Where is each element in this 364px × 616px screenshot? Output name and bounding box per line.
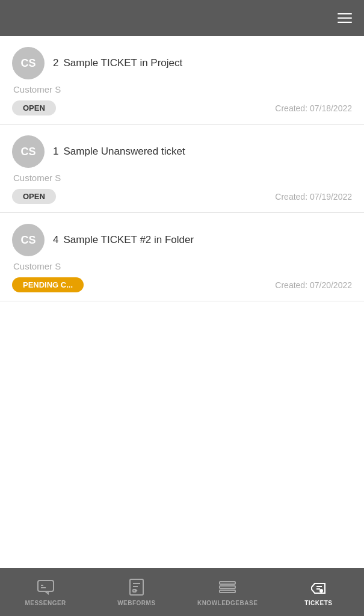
status-badge: OPEN	[12, 100, 56, 116]
ticket-title: Sample Unanswered ticket	[63, 146, 185, 158]
ticket-title: Sample TICKET #2 in Folder	[63, 234, 194, 246]
status-badge: OPEN	[12, 189, 56, 204]
ticket-customer: Customer S	[12, 173, 352, 183]
ticket-bottom-row: OPEN Created: 07/18/2022	[12, 100, 352, 116]
nav-label: MESSENGER	[25, 600, 66, 606]
ticket-item[interactable]: CS 4 Sample TICKET #2 in Folder Customer…	[0, 213, 364, 301]
ticket-bottom-row: OPEN Created: 07/19/2022	[12, 189, 352, 204]
ticket-customer: Customer S	[12, 84, 352, 94]
ticket-top-row: CS 2 Sample TICKET in Project	[12, 47, 352, 79]
ticket-bottom-row: PENDING C... Created: 07/20/2022	[12, 277, 352, 292]
svg-rect-0	[38, 581, 54, 591]
status-badge: PENDING C...	[12, 277, 84, 292]
ticket-id: 4	[53, 234, 58, 246]
avatar: CS	[12, 47, 45, 79]
ticket-customer: Customer S	[12, 261, 352, 271]
nav-label: WEBFORMS	[117, 600, 155, 606]
nav-item-knowledgebase[interactable]: KNOWLEDGEBASE	[203, 578, 251, 606]
hamburger-icon	[338, 22, 352, 23]
nav-label: TICKETS	[304, 600, 332, 606]
ticket-top-row: CS 1 Sample Unanswered ticket	[12, 135, 352, 168]
ticket-date: Created: 07/19/2022	[275, 192, 352, 202]
nav-label: KNOWLEDGEBASE	[197, 600, 258, 606]
header	[0, 0, 364, 36]
ticket-date: Created: 07/18/2022	[275, 103, 352, 113]
avatar: CS	[12, 224, 45, 256]
messenger-icon	[36, 578, 55, 597]
ticket-top-row: CS 4 Sample TICKET #2 in Folder	[12, 224, 352, 256]
ticket-id: 1	[53, 146, 58, 158]
svg-rect-5	[220, 590, 235, 593]
bottom-nav: MESSENGER WEBFORMS KNOWLEDGEBASE TICKETS	[0, 568, 364, 616]
knowledgebase-icon	[218, 578, 237, 597]
tickets-icon	[309, 578, 328, 597]
ticket-item[interactable]: CS 1 Sample Unanswered ticket Customer S…	[0, 125, 364, 213]
nav-item-messenger[interactable]: MESSENGER	[22, 578, 70, 606]
ticket-item[interactable]: CS 2 Sample TICKET in Project Customer S…	[0, 36, 364, 125]
ticket-date: Created: 07/20/2022	[275, 280, 352, 290]
nav-item-tickets[interactable]: TICKETS	[294, 578, 342, 606]
hamburger-icon	[338, 17, 352, 19]
svg-rect-3	[220, 582, 235, 584]
menu-button[interactable]	[338, 13, 352, 23]
hamburger-icon	[338, 13, 352, 14]
ticket-title: Sample TICKET in Project	[63, 57, 182, 69]
svg-rect-4	[220, 586, 235, 588]
webforms-icon	[127, 578, 146, 597]
ticket-list: CS 2 Sample TICKET in Project Customer S…	[0, 36, 364, 568]
nav-item-webforms[interactable]: WEBFORMS	[113, 578, 161, 606]
ticket-id: 2	[53, 57, 58, 69]
avatar: CS	[12, 135, 45, 168]
